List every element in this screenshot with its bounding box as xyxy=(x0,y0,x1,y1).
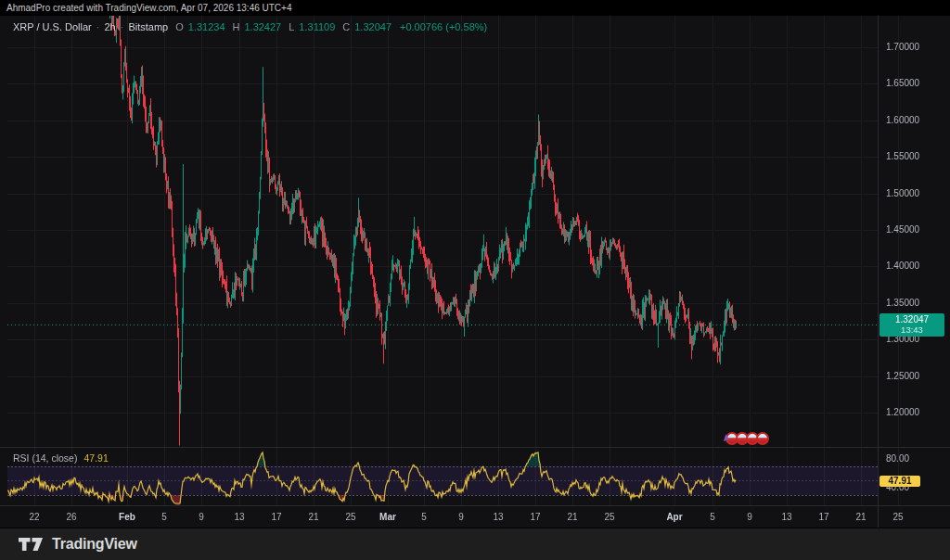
last-price: 1.32047 xyxy=(879,314,944,325)
time-tick: 26 xyxy=(66,512,76,522)
low-value: 1.31109 xyxy=(299,21,335,32)
time-tick: 17 xyxy=(530,512,540,522)
rsi-legend: RSI (14, close) 47.91 xyxy=(13,452,109,464)
time-tick: 22 xyxy=(29,512,39,522)
countdown-timer: 13:43 xyxy=(879,325,944,335)
time-tick: 13 xyxy=(781,512,791,522)
time-tick: Apr xyxy=(666,512,682,522)
time-axis[interactable]: 2226Feb5913172125Mar5913172125Apr5913172… xyxy=(0,505,878,528)
close-value: 1.32047 xyxy=(354,21,392,32)
exchange-label[interactable]: Bitstamp xyxy=(128,21,168,32)
high-label: H xyxy=(233,21,240,32)
high-value: 1.32427 xyxy=(244,21,281,32)
price-tick: 1.20000 xyxy=(886,407,919,417)
time-tick: 13 xyxy=(234,512,244,522)
emoji-sticker[interactable] xyxy=(756,432,769,445)
low-label: L xyxy=(289,21,294,32)
price-tick: 1.25000 xyxy=(886,371,919,381)
price-tick: 1.45000 xyxy=(886,224,919,235)
time-tick: 5 xyxy=(421,512,427,522)
price-tick: 1.55000 xyxy=(886,151,919,161)
legend-separator: · xyxy=(121,21,124,32)
attribution-text: AhmadPro created with TradingView.com, A… xyxy=(6,3,292,13)
time-tick: Mar xyxy=(379,512,396,522)
change-value: +0.00766 (+0.58%) xyxy=(400,21,487,32)
time-tick: 17 xyxy=(271,512,281,522)
symbol-legend: XRP / U.S. Dollar · 2h · Bitstamp O 1.31… xyxy=(13,21,487,32)
time-tick: 25 xyxy=(892,512,903,522)
attribution-bar: AhmadPro created with TradingView.com, A… xyxy=(0,0,950,16)
time-tick: 13 xyxy=(493,512,503,522)
open-label: O xyxy=(175,21,184,32)
symbol-title[interactable]: XRP / U.S. Dollar xyxy=(13,21,92,32)
rsi-tick: 80.00 xyxy=(886,453,909,464)
rsi-value: 47.91 xyxy=(83,452,108,464)
time-tick: Feb xyxy=(119,512,135,522)
tradingview-logo-icon[interactable] xyxy=(19,538,44,552)
time-tick: 21 xyxy=(855,512,866,522)
close-label: C xyxy=(342,21,350,32)
time-tick: 25 xyxy=(345,512,355,522)
chart-canvas[interactable] xyxy=(0,16,950,528)
time-tick: 17 xyxy=(818,512,828,522)
time-tick: 5 xyxy=(710,512,715,522)
chart-region: XRP / U.S. Dollar · 2h · Bitstamp O 1.31… xyxy=(0,16,950,528)
last-price-badge: 1.32047 13:43 xyxy=(879,313,944,337)
price-tick: 1.50000 xyxy=(886,188,919,198)
legend-separator: · xyxy=(96,21,100,32)
rsi-title[interactable]: RSI (14, close) xyxy=(13,452,77,464)
time-tick: 9 xyxy=(199,512,204,522)
time-tick: 9 xyxy=(458,512,464,522)
emoji-sticker-cluster[interactable] xyxy=(725,430,769,447)
price-tick: 1.35000 xyxy=(886,298,919,308)
time-tick: 21 xyxy=(308,512,318,522)
price-tick: 1.60000 xyxy=(886,115,919,125)
price-tick: 1.40000 xyxy=(886,261,919,271)
time-tick: 9 xyxy=(747,512,752,522)
interval-label[interactable]: 2h xyxy=(104,21,115,32)
footer-bar: TradingView xyxy=(0,528,950,560)
tradingview-chart-page: AhmadPro created with TradingView.com, A… xyxy=(0,0,950,560)
rsi-value-badge: 47.91 xyxy=(879,476,920,487)
price-axis[interactable]: 1.32047 13:43 47.91 1.700001.650001.6000… xyxy=(878,16,950,528)
price-tick: 1.65000 xyxy=(886,78,919,88)
tradingview-wordmark[interactable]: TradingView xyxy=(52,536,137,553)
open-value: 1.31234 xyxy=(188,21,225,32)
time-tick: 25 xyxy=(604,512,614,522)
price-tick: 1.70000 xyxy=(886,42,919,52)
time-tick: 21 xyxy=(567,512,577,522)
time-tick: 5 xyxy=(161,512,167,522)
